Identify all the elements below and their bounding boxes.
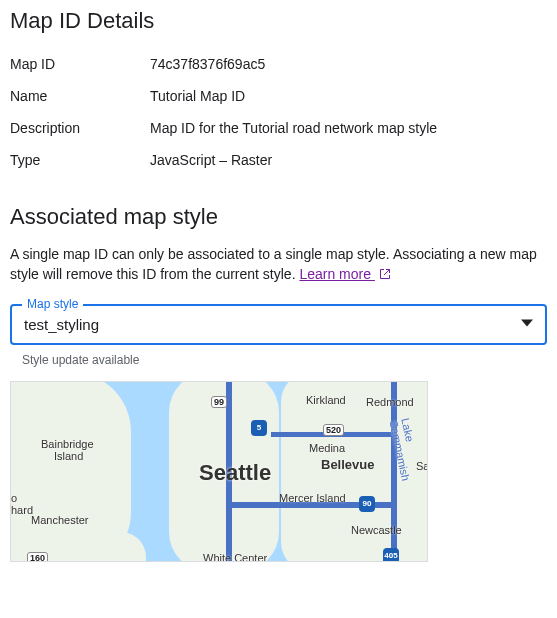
city-mercer: Mercer Island xyxy=(279,492,346,504)
caret-down-icon xyxy=(521,315,533,333)
value-description: Map ID for the Tutorial road network map… xyxy=(150,120,547,136)
learn-more-text: Learn more xyxy=(299,266,371,282)
label-map-id: Map ID xyxy=(10,56,150,72)
shield-160: 160 xyxy=(27,552,48,562)
city-medina: Medina xyxy=(309,442,345,454)
shield-i405: 405 xyxy=(383,548,399,562)
city-bellevue: Bellevue xyxy=(321,457,374,472)
details-table: Map ID 74c37f8376f69ac5 Name Tutorial Ma… xyxy=(10,48,547,176)
row-name: Name Tutorial Map ID xyxy=(10,80,547,112)
assoc-desc-text: A single map ID can only be associated t… xyxy=(10,246,537,282)
map-style-select[interactable]: Map style test_styling xyxy=(10,304,547,345)
associated-title: Associated map style xyxy=(10,204,547,230)
label-description: Description xyxy=(10,120,150,136)
city-manchester: Manchester xyxy=(31,514,88,526)
value-type: JavaScript – Raster xyxy=(150,152,547,168)
row-map-id: Map ID 74c37f8376f69ac5 xyxy=(10,48,547,80)
shield-i5: 5 xyxy=(251,420,267,436)
city-o: o xyxy=(11,492,17,504)
map-style-legend: Map style xyxy=(22,297,83,311)
associated-description: A single map ID can only be associated t… xyxy=(10,244,547,286)
label-type: Type xyxy=(10,152,150,168)
city-kirkland: Kirkland xyxy=(306,394,346,406)
shield-i90: 90 xyxy=(359,496,375,512)
shield-520: 520 xyxy=(323,424,344,436)
label-name: Name xyxy=(10,88,150,104)
shield-99: 99 xyxy=(211,396,227,408)
map-style-value: test_styling xyxy=(24,316,533,333)
learn-more-link[interactable]: Learn more xyxy=(299,266,390,282)
city-bainbridge1: Bainbridge xyxy=(41,438,94,450)
city-seattle: Seattle xyxy=(199,460,271,486)
city-whitecenter: White Center xyxy=(203,552,267,562)
city-newcastle: Newcastle xyxy=(351,524,402,536)
row-description: Description Map ID for the Tutorial road… xyxy=(10,112,547,144)
details-title: Map ID Details xyxy=(10,8,547,34)
city-redmond: Redmond xyxy=(366,396,414,408)
row-type: Type JavaScript – Raster xyxy=(10,144,547,176)
value-map-id: 74c37f8376f69ac5 xyxy=(150,56,547,72)
map-preview: 99 520 160 5 405 90 Seattle Bellevue Kir… xyxy=(10,381,428,562)
city-hard: hard xyxy=(11,504,33,516)
city-bainbridge2: Island xyxy=(54,450,83,462)
external-link-icon xyxy=(379,265,391,285)
style-helper-text: Style update available xyxy=(10,351,547,367)
value-name: Tutorial Map ID xyxy=(150,88,547,104)
